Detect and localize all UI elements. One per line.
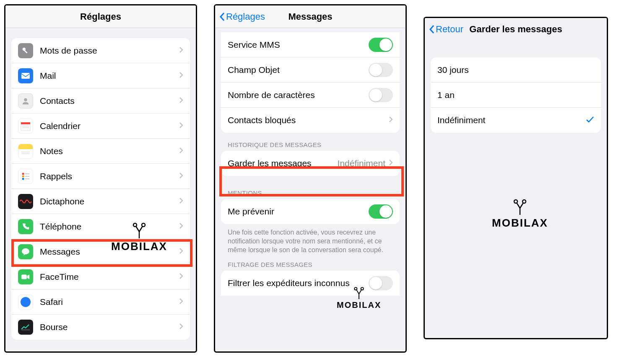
- option-1-year[interactable]: 1 an: [431, 83, 601, 108]
- mms-group: Service MMS Champ Objet Nombre de caract…: [221, 32, 400, 133]
- row-passwords[interactable]: Mots de passe: [11, 38, 190, 63]
- row-facetime[interactable]: FaceTime: [11, 264, 190, 289]
- row-label: Filtrer les expéditeurs inconnus: [228, 278, 369, 288]
- row-label: Bourse: [40, 322, 179, 332]
- back-button[interactable]: Retour: [429, 24, 463, 35]
- svg-point-16: [22, 248, 29, 254]
- chevron-right-icon: [179, 323, 183, 331]
- stocks-icon: [18, 320, 33, 335]
- row-label: 30 jours: [437, 65, 594, 75]
- key-icon: [18, 43, 33, 58]
- page-title: Messages: [288, 11, 332, 22]
- chevron-right-icon: [179, 172, 183, 181]
- chevron-right-icon: [179, 222, 183, 231]
- row-label: Calendrier: [40, 121, 179, 131]
- svg-rect-4: [21, 122, 30, 124]
- checkmark-icon: [586, 116, 594, 125]
- switch-toggle[interactable]: [369, 276, 393, 290]
- chevron-right-icon: [179, 273, 183, 281]
- section-filter-label: FILTRAGE DES MESSAGES: [228, 261, 405, 268]
- chevron-right-icon: [179, 122, 183, 130]
- switch-toggle[interactable]: [369, 204, 393, 219]
- chevron-right-icon: [179, 298, 183, 306]
- row-label: Notes: [40, 146, 179, 156]
- svg-point-3: [24, 98, 27, 101]
- row-stocks[interactable]: Bourse: [11, 315, 190, 340]
- chevron-right-icon: [179, 46, 183, 55]
- row-calendar[interactable]: Calendrier: [11, 114, 190, 139]
- row-messages[interactable]: Messages: [11, 239, 190, 264]
- watermark-text: MOBILAX: [337, 300, 381, 310]
- chevron-right-icon: [179, 197, 183, 206]
- row-notify-me[interactable]: Me prévenir: [221, 199, 400, 224]
- row-value: Indéfiniment: [338, 158, 385, 168]
- section-mentions-label: MENTIONS: [228, 189, 405, 196]
- history-group: Garder les messages Indéfiniment: [221, 151, 400, 176]
- svg-point-25: [522, 200, 526, 203]
- switch-toggle[interactable]: [369, 38, 393, 52]
- options-group: 30 jours 1 an Indéfiniment: [431, 57, 601, 133]
- row-subject-field[interactable]: Champ Objet: [221, 57, 400, 83]
- screen-keep-messages: Retour Garder les messages 30 jours 1 an…: [424, 17, 608, 339]
- messages-icon: [18, 244, 33, 259]
- row-char-count[interactable]: Nombre de caractères: [221, 83, 400, 108]
- notes-icon: [18, 144, 33, 159]
- header: Retour Garder les messages: [425, 18, 607, 41]
- row-label: Téléphone: [40, 222, 179, 232]
- filter-group: Filtrer les expéditeurs inconnus: [221, 271, 400, 296]
- row-label: Contacts bloqués: [228, 115, 389, 125]
- row-label: Garder les messages: [228, 158, 338, 168]
- header: Réglages: [5, 5, 196, 28]
- row-label: Mots de passe: [40, 46, 179, 56]
- svg-point-18: [21, 297, 31, 307]
- svg-rect-2: [21, 73, 30, 79]
- svg-point-11: [22, 175, 24, 177]
- section-history-label: HISTORIQUE DES MESSAGES: [228, 141, 405, 148]
- switch-toggle[interactable]: [369, 63, 393, 77]
- chevron-right-icon: [179, 248, 183, 256]
- chevron-right-icon: [179, 147, 183, 155]
- row-safari[interactable]: Safari: [11, 289, 190, 315]
- row-contacts[interactable]: Contacts: [11, 88, 190, 114]
- voice-memo-icon: [18, 194, 33, 209]
- chevron-right-icon: [179, 97, 183, 105]
- svg-rect-17: [21, 274, 27, 279]
- row-label: Safari: [40, 297, 179, 307]
- calendar-icon: [18, 119, 33, 134]
- row-reminders[interactable]: Rappels: [11, 164, 190, 189]
- watermark-text: MOBILAX: [492, 217, 548, 230]
- row-label: FaceTime: [40, 272, 179, 282]
- row-label: Mail: [40, 71, 179, 81]
- svg-point-24: [514, 200, 517, 203]
- row-phone[interactable]: Téléphone: [11, 214, 190, 239]
- row-keep-messages[interactable]: Garder les messages Indéfiniment: [221, 151, 400, 176]
- option-30-days[interactable]: 30 jours: [431, 57, 601, 83]
- facetime-icon: [18, 269, 33, 284]
- screen-settings: Réglages Mots de passe Mail Contacts: [4, 4, 197, 353]
- row-filter-unknown[interactable]: Filtrer les expéditeurs inconnus: [221, 271, 400, 296]
- page-title: Réglages: [80, 11, 121, 22]
- row-mail[interactable]: Mail: [11, 63, 190, 88]
- mail-icon: [18, 68, 33, 83]
- reminders-icon: [18, 169, 33, 184]
- row-voice-memo[interactable]: Dictaphone: [11, 189, 190, 214]
- row-label: Champ Objet: [228, 65, 369, 75]
- row-blocked-contacts[interactable]: Contacts bloqués: [221, 108, 400, 133]
- back-button[interactable]: Réglages: [219, 11, 265, 22]
- row-label: Service MMS: [228, 40, 369, 50]
- row-label: Dictaphone: [40, 196, 179, 207]
- row-label: Indéfiniment: [437, 115, 586, 125]
- row-label: Contacts: [40, 96, 179, 106]
- watermark-logo: MOBILAX: [492, 198, 548, 230]
- mentions-footer: Une fois cette fonction activée, vous re…: [228, 228, 393, 254]
- settings-list: Mots de passe Mail Contacts Calendrier: [11, 38, 190, 340]
- switch-toggle[interactable]: [369, 88, 393, 102]
- row-label: Messages: [40, 247, 179, 257]
- svg-point-10: [22, 173, 24, 175]
- svg-rect-1: [24, 50, 27, 53]
- chevron-right-icon: [389, 159, 393, 168]
- row-mms-service[interactable]: Service MMS: [221, 32, 400, 57]
- option-forever[interactable]: Indéfiniment: [431, 108, 601, 133]
- safari-icon: [18, 294, 33, 310]
- row-notes[interactable]: Notes: [11, 139, 190, 164]
